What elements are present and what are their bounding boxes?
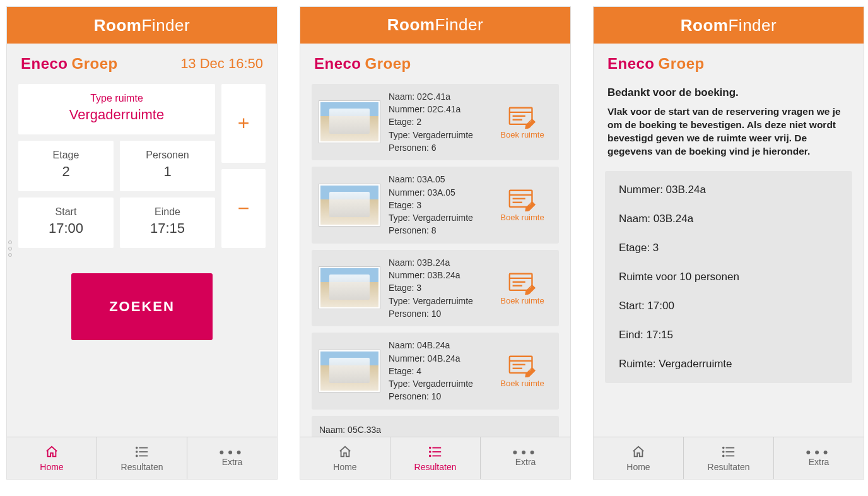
brand-part-a: Eneco [607, 55, 655, 72]
room-card: Naam: 03B.24aNummer: 03B.24aEtage: 3Type… [312, 250, 559, 326]
svg-point-30 [723, 451, 724, 452]
more-icon: ••• [219, 449, 245, 456]
tab-extra-label: Extra [222, 457, 243, 467]
book-icon [493, 353, 551, 377]
app-title-bold: Room [681, 16, 729, 35]
room-thumbnail [319, 350, 380, 392]
tab-results[interactable]: Resultaten [390, 437, 481, 479]
svg-point-4 [136, 455, 138, 456]
book-room-button[interactable]: Boek ruimte [493, 105, 551, 139]
tab-extra[interactable]: ••• Extra [187, 437, 277, 479]
room-type-tile[interactable]: Type ruimte Vergaderruimte [18, 84, 215, 134]
thanks-title: Bedankt voor de boeking. [605, 84, 852, 105]
room-info: Naam: 02C.41aNummer: 02C.41aEtage: 2Type… [389, 90, 484, 154]
plus-icon: + [238, 112, 250, 135]
tab-home[interactable]: Home [300, 437, 390, 479]
start-tile[interactable]: Start 17:00 [18, 198, 114, 248]
brand-logo: EnecoGroep [314, 55, 411, 73]
tab-home-label: Home [626, 462, 650, 472]
end-value: 17:15 [126, 220, 209, 237]
start-label: Start [25, 206, 107, 218]
tab-results-label: Resultaten [414, 462, 457, 472]
tab-bar: Home Resultaten ••• Extra [594, 437, 864, 479]
screen-confirmation: RoomFinder EnecoGroep Bedankt voor de bo… [593, 6, 864, 480]
floor-tile[interactable]: Etage 2 [18, 141, 114, 191]
floor-value: 2 [25, 163, 107, 180]
minus-icon: − [238, 197, 250, 220]
book-icon [493, 271, 551, 295]
svg-point-28 [723, 447, 724, 448]
room-type-value: Vergaderruimte [25, 107, 209, 123]
book-room-label: Boek ruimte [500, 296, 544, 305]
tab-home[interactable]: Home [7, 437, 97, 479]
room-card: Naam: 05C.33a [312, 416, 559, 437]
tab-home-label: Home [40, 462, 63, 472]
tab-extra-label: Extra [515, 457, 536, 467]
home-icon [44, 445, 59, 461]
persons-label: Personen [126, 150, 209, 161]
tab-results[interactable]: Resultaten [97, 437, 187, 479]
brand-part-a: Eneco [21, 55, 68, 72]
floor-label: Etage [25, 150, 107, 161]
book-room-button[interactable]: Boek ruimte [493, 353, 551, 388]
app-title-bar: RoomFinder [7, 7, 277, 44]
brand-part-b: Groep [68, 55, 118, 72]
tab-results-label: Resultaten [708, 462, 750, 472]
detail-number: Nummer: 03B.24a [619, 184, 838, 196]
app-title-bold: Room [387, 15, 435, 34]
tab-extra[interactable]: ••• Extra [774, 437, 864, 479]
tab-results[interactable]: Resultaten [684, 437, 774, 479]
app-title-bar: RoomFinder [300, 7, 570, 44]
svg-point-2 [136, 451, 138, 452]
book-room-label: Boek ruimte [500, 130, 544, 139]
app-title-bold: Room [94, 16, 142, 35]
brand-logo: EnecoGroep [607, 55, 705, 73]
home-icon [337, 445, 353, 461]
brand-part-a: Eneco [314, 55, 361, 72]
book-icon [493, 187, 551, 211]
detail-start: Start: 17:00 [619, 300, 838, 312]
book-room-label: Boek ruimte [500, 213, 544, 222]
room-info: Naam: 03A.05Nummer: 03A.05Etage: 3Type: … [389, 173, 484, 237]
app-title-bar: RoomFinder [594, 7, 864, 44]
svg-point-22 [430, 447, 431, 448]
tab-bar: Home Resultaten ••• Extra [7, 437, 277, 479]
start-value: 17:00 [25, 220, 107, 237]
thanks-body: Vlak voor de start van de reservering vr… [605, 105, 852, 171]
home-icon [631, 445, 646, 461]
room-info: Naam: 03B.24aNummer: 03B.24aEtage: 3Type… [389, 256, 484, 320]
current-datetime: 13 Dec 16:50 [180, 56, 263, 72]
room-info: Naam: 05C.33a [319, 423, 551, 436]
svg-point-26 [430, 455, 431, 456]
tab-extra[interactable]: ••• Extra [481, 437, 570, 479]
room-card: Naam: 04B.24aNummer: 04B.24aEtage: 4Type… [312, 333, 559, 409]
carousel-dots [8, 240, 12, 257]
persons-tile[interactable]: Personen 1 [120, 141, 215, 191]
svg-point-32 [723, 455, 724, 456]
search-button[interactable]: ZOEKEN [71, 273, 213, 340]
svg-point-0 [136, 447, 138, 448]
detail-floor: Etage: 3 [619, 242, 838, 254]
tab-bar: Home Resultaten ••• Extra [300, 437, 570, 479]
screen-results: RoomFinder EnecoGroep Naam: 02C.41aNumme… [300, 6, 571, 480]
room-card: Naam: 02C.41aNummer: 02C.41aEtage: 2Type… [312, 84, 559, 160]
tab-home-label: Home [333, 462, 356, 472]
tab-home[interactable]: Home [594, 437, 684, 479]
room-info: Naam: 04B.24aNummer: 04B.24aEtage: 4Type… [389, 339, 484, 403]
results-list: Naam: 02C.41aNummer: 02C.41aEtage: 2Type… [312, 84, 559, 437]
end-tile[interactable]: Einde 17:15 [120, 198, 215, 248]
room-type-label: Type ruimte [25, 93, 209, 104]
book-room-button[interactable]: Boek ruimte [493, 187, 551, 222]
room-thumbnail [319, 267, 380, 309]
more-icon: ••• [806, 449, 831, 456]
room-thumbnail [319, 184, 380, 226]
detail-end: Eind: 17:15 [619, 329, 838, 341]
book-room-label: Boek ruimte [500, 379, 544, 388]
book-room-button[interactable]: Boek ruimte [493, 271, 551, 305]
step-minus-button[interactable]: − [221, 169, 266, 248]
list-icon [720, 445, 737, 461]
step-plus-button[interactable]: + [221, 84, 266, 163]
svg-point-24 [430, 451, 431, 452]
more-icon: ••• [512, 449, 538, 456]
room-card: Naam: 03A.05Nummer: 03A.05Etage: 3Type: … [312, 167, 559, 243]
